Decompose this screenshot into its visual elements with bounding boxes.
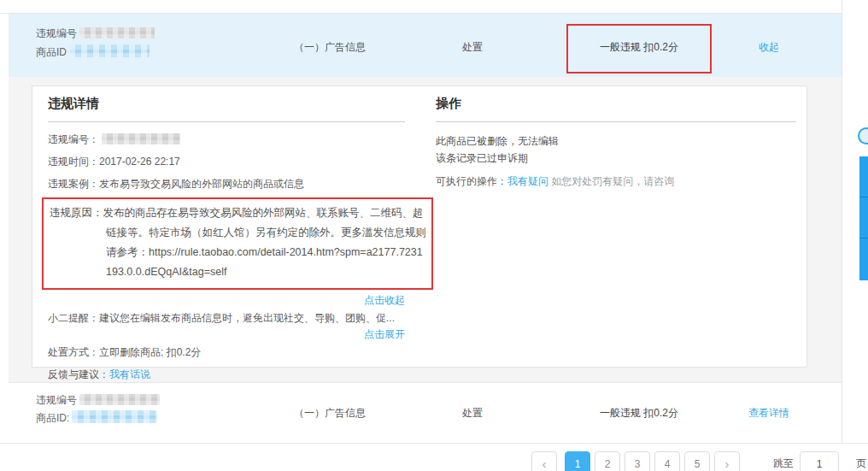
operation-section: 操作 此商品已被删除，无法编辑 该条记录已过申诉期 可执行的操作：我有疑问 如您…: [436, 96, 796, 189]
product-id-redacted: [69, 44, 150, 57]
violation-reason-label: 违规原因：: [50, 207, 103, 219]
disposal-column-label: 处置: [462, 406, 483, 421]
feedback-label: 反馈与建议：: [48, 369, 109, 380]
operation-status-line2: 该条记录已过申诉期: [436, 150, 796, 167]
field-value: 2017-02-26 22:17: [99, 156, 180, 168]
penalty-text: 一般违规 扣0.2分: [566, 406, 712, 421]
reminder-text: 建议您在编辑发布商品信息时，避免出现社交、导购、团购、促...: [99, 313, 395, 324]
violation-number-line: 违规编号: [36, 392, 160, 409]
disposal-column-label: 处置: [462, 40, 483, 55]
violation-number-label: 违规编号: [36, 394, 77, 406]
field-label: 违规案例：: [48, 179, 99, 190]
record-ids: 违规编号 商品ID:: [36, 392, 160, 427]
product-id-label: 商品ID:: [36, 412, 69, 424]
field-feedback: 反馈与建议：我有话说: [48, 369, 405, 380]
question-hint: 如您对处罚有疑问，请咨询: [551, 175, 674, 187]
page-button-4[interactable]: 4: [654, 451, 680, 471]
view-detail-link[interactable]: 查看详情: [748, 406, 789, 421]
violation-reason-text: 发布的商品存在易导致交易风险的外部网站、联系账号、二维码、超链接等。特定市场（如…: [103, 207, 427, 278]
page-unit-label: 页: [856, 456, 866, 471]
field-violation-time: 违规时间：2017-02-26 22:17: [48, 156, 405, 168]
reason-highlight-box: 违规原因：发布的商品存在易导致交易风险的外部网站、联系账号、二维码、超链接等。特…: [42, 197, 433, 290]
page-button-5[interactable]: 5: [684, 451, 710, 471]
record-detail-panel: 违规详情 违规编号： 违规时间：2017-02-26 22:17 违规案例：发布…: [32, 85, 807, 368]
reason-collapse-link[interactable]: 点击收起: [364, 294, 405, 306]
violation-number-redacted: [79, 394, 160, 405]
field-disposal-method: 处置方式：立即删除商品; 扣0.2分: [48, 347, 405, 358]
bottom-divider: [0, 443, 868, 444]
reason-collapse-row: 点击收起: [48, 294, 405, 306]
page-button-3[interactable]: 3: [625, 451, 650, 471]
field-reminder: 小二提醒：建议您在编辑发布商品信息时，避免出现社交、导购、团购、促...: [48, 313, 405, 324]
sidebar-segment[interactable]: [859, 197, 868, 238]
feedback-link[interactable]: 我有话说: [109, 369, 150, 380]
operation-status-line1: 此商品已被删除，无法编辑: [436, 132, 796, 150]
jump-page-input[interactable]: [800, 451, 839, 471]
record-ids: 违规编号 商品ID: [36, 24, 155, 62]
field-violation-number: 违规编号：: [48, 133, 405, 145]
record-header-row: 违规编号 商品ID （一）广告信息 处置 一般违规 扣0.2分 收起: [9, 14, 842, 77]
product-id-label: 商品ID: [36, 46, 67, 58]
executable-operations-row: 可执行的操作：我有疑问 如您对处罚有疑问，请咨询: [436, 174, 796, 189]
right-divider: [842, 0, 842, 443]
violation-number-redacted: [102, 133, 180, 144]
executable-operations-label: 可执行的操作：: [436, 175, 507, 187]
violation-category: （一）广告信息: [261, 40, 398, 55]
field-label: 违规时间：: [48, 156, 99, 168]
penalty-highlight-box: [566, 24, 712, 74]
floating-help-icon[interactable]: [858, 127, 868, 144]
product-id-redacted[interactable]: [72, 410, 157, 423]
field-violation-case: 违规案例：发布易导致交易风险的外部网站的商品或信息: [48, 179, 405, 190]
violation-detail-title: 违规详情: [48, 96, 405, 122]
floating-sidebar-toolbar[interactable]: [859, 156, 868, 280]
sidebar-segment[interactable]: [859, 238, 868, 280]
jump-to-label: 跳至: [773, 456, 794, 471]
violation-records-page: 违规编号 商品ID （一）广告信息 处置 一般违规 扣0.2分 收起 违规详情 …: [0, 0, 868, 471]
violation-detail-section: 违规详情 违规编号： 违规时间：2017-02-26 22:17 违规案例：发布…: [48, 96, 405, 380]
violation-category: （一）广告信息: [261, 406, 398, 421]
collapsed-record-row: 违规编号 商品ID: （一）广告信息 处置 一般违规 扣0.2分 查看详情: [9, 382, 842, 443]
prev-page-button[interactable]: ‹: [531, 451, 557, 471]
violation-reason: 违规原因：发布的商品存在易导致交易风险的外部网站、联系账号、二维码、超链接等。特…: [50, 203, 426, 282]
reminder-label: 小二提醒：: [48, 313, 99, 324]
sidebar-segment[interactable]: [859, 156, 868, 197]
next-page-button[interactable]: ›: [714, 451, 740, 471]
disposal-method-label: 处置方式：: [48, 347, 99, 358]
reminder-expand-row: 点击展开: [48, 328, 405, 340]
violation-number-redacted: [79, 27, 155, 38]
reminder-expand-link[interactable]: 点击展开: [364, 328, 405, 340]
disposal-method-value: 立即删除商品; 扣0.2分: [99, 347, 201, 358]
product-id-line: 商品ID:: [36, 409, 160, 427]
field-label: 违规编号：: [48, 133, 99, 145]
violation-number-line: 违规编号: [36, 24, 155, 43]
field-value: 发布易导致交易风险的外部网站的商品或信息: [99, 179, 304, 190]
product-id-line: 商品ID: [36, 43, 155, 62]
question-link[interactable]: 我有疑问: [507, 175, 548, 187]
collapse-record-link[interactable]: 收起: [759, 40, 779, 55]
page-button-1[interactable]: 1: [565, 451, 590, 471]
operation-title: 操作: [436, 96, 796, 122]
page-button-2[interactable]: 2: [595, 451, 620, 471]
violation-number-label: 违规编号: [36, 27, 77, 39]
